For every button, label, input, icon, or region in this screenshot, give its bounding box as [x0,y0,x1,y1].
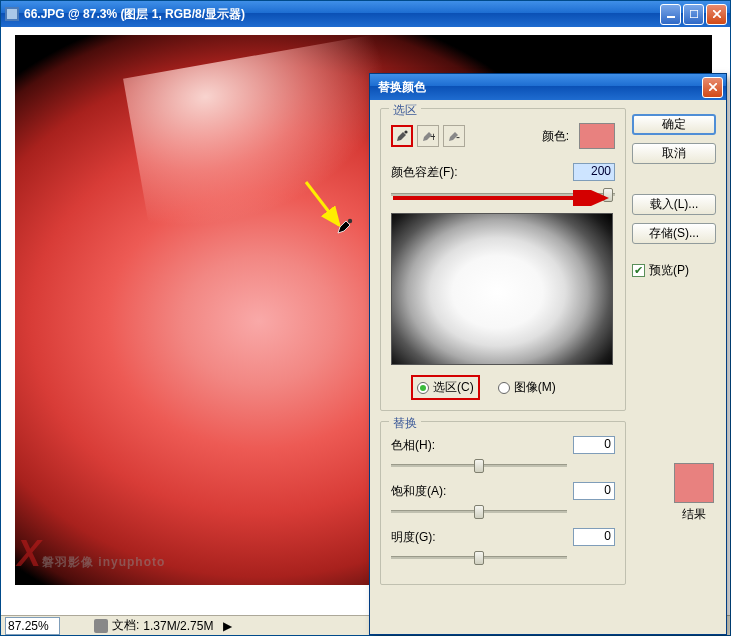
fuzziness-input[interactable]: 200 [573,163,615,181]
window-title: 66.JPG @ 87.3% (图层 1, RGB/8/显示器) [24,6,660,23]
eyedropper-cursor-icon [336,217,354,238]
fuzziness-slider-thumb[interactable] [603,188,613,202]
svg-point-6 [404,130,407,133]
svg-rect-2 [667,16,675,18]
hue-slider[interactable] [391,458,615,476]
window-titlebar[interactable]: 66.JPG @ 87.3% (图层 1, RGB/8/显示器) [1,1,730,27]
lightness-label: 明度(G): [391,529,451,546]
selection-legend: 选区 [389,102,421,119]
lightness-input[interactable]: 0 [573,528,615,546]
selection-color-swatch[interactable] [579,123,615,149]
dialog-title: 替换颜色 [373,79,702,96]
maximize-button[interactable] [683,4,704,25]
dialog-close-button[interactable] [702,77,723,98]
minimize-button[interactable] [660,4,681,25]
fuzziness-label: 颜色容差(F): [391,164,573,181]
lightness-slider[interactable] [391,550,615,568]
radio-selection-input[interactable] [417,382,429,394]
selection-fieldset: 选区 + - 颜色: 颜色容差(F): 200 [380,108,626,411]
replacement-legend: 替换 [389,415,421,432]
fuzziness-slider[interactable] [391,187,615,203]
color-label: 颜色: [542,128,569,145]
doc-info-icon [94,619,108,633]
svg-rect-1 [7,9,17,19]
eyedropper-add-tool[interactable]: + [417,125,439,147]
save-button[interactable]: 存储(S)... [632,223,716,244]
preview-checkbox[interactable]: ✔ [632,264,645,277]
eyedropper-tool[interactable] [391,125,413,147]
saturation-slider[interactable] [391,504,615,522]
saturation-slider-thumb[interactable] [474,505,484,519]
hue-input[interactable]: 0 [573,436,615,454]
svg-text:-: - [456,130,460,143]
close-button[interactable] [706,4,727,25]
preview-label: 预览(P) [649,262,689,279]
eyedropper-subtract-tool[interactable]: - [443,125,465,147]
zoom-input[interactable]: 87.25% [5,617,60,635]
saturation-input[interactable]: 0 [573,482,615,500]
load-button[interactable]: 载入(L)... [632,194,716,215]
svg-point-5 [348,219,352,223]
svg-text:+: + [430,130,435,143]
cancel-button[interactable]: 取消 [632,143,716,164]
dialog-titlebar[interactable]: 替换颜色 [370,74,726,100]
radio-selection[interactable]: 选区(C) [417,379,474,396]
replace-color-dialog: 替换颜色 确定 取消 载入(L)... 存储(S)... ✔ 预览(P) 选区 [369,73,727,635]
svg-rect-3 [690,10,698,18]
radio-image-input[interactable] [498,382,510,394]
replacement-fieldset: 替换 色相(H): 0 饱和度(A): 0 明度(G): [380,421,626,585]
hue-label: 色相(H): [391,437,451,454]
preview-checkbox-row[interactable]: ✔ 预览(P) [632,262,716,279]
app-icon [4,6,20,22]
result-label: 结果 [674,506,714,523]
watermark: X磐羽影像 inyuphoto [17,533,165,575]
hue-slider-thumb[interactable] [474,459,484,473]
result-color-swatch[interactable] [674,463,714,503]
lightness-slider-thumb[interactable] [474,551,484,565]
result-swatch-wrap: 结果 [674,463,714,523]
doc-size-info: 文档: 1.37M/2.75M ▶ [94,617,232,634]
selection-preview [391,213,613,365]
radio-image[interactable]: 图像(M) [498,379,556,396]
selection-radio-highlight: 选区(C) [411,375,480,400]
ok-button[interactable]: 确定 [632,114,716,135]
saturation-label: 饱和度(A): [391,483,451,500]
